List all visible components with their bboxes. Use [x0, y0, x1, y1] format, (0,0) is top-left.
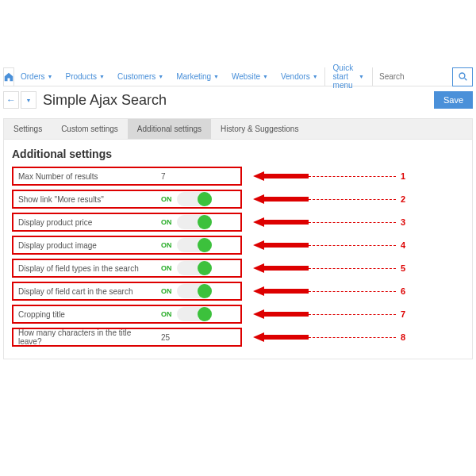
- tab-history-suggestions[interactable]: History & Suggestions: [211, 119, 308, 139]
- annotation: 6: [253, 286, 405, 296]
- setting-box: Display of field cart in the searchON: [12, 282, 242, 301]
- toggle[interactable]: ON: [161, 284, 236, 298]
- setting-row: Max Number of results71: [12, 167, 464, 186]
- dash-line: [309, 176, 396, 177]
- svg-marker-5: [253, 240, 309, 250]
- setting-label: Cropping title: [13, 310, 156, 319]
- nav-label: Customers: [117, 72, 155, 81]
- setting-toggle-cell: ON: [156, 192, 240, 206]
- toggle-on-label: ON: [161, 310, 172, 318]
- toggle-on-label: ON: [161, 195, 172, 203]
- quick-start-menu[interactable]: Quick start menu▼: [324, 67, 373, 86]
- arrow-icon: [253, 332, 309, 342]
- toggle[interactable]: ON: [161, 238, 236, 252]
- page-title: Simple Ajax Search: [43, 92, 434, 109]
- arrow-icon: [253, 309, 309, 319]
- toggle-knob: [198, 261, 212, 275]
- page-header: ← ▼ Simple Ajax Search Save: [3, 88, 473, 112]
- toggle-track: [177, 307, 212, 321]
- nav-marketing[interactable]: Marketing▼: [170, 67, 225, 86]
- setting-row: Show link "More results"ON2: [12, 190, 464, 209]
- arrow-icon: [253, 217, 309, 227]
- dash-line: [309, 291, 396, 292]
- annotation-number: 8: [401, 332, 405, 342]
- toggle-on-label: ON: [161, 218, 172, 226]
- setting-box: Display of field types in the searchON: [12, 259, 242, 278]
- toggle-knob: [198, 215, 212, 229]
- nav-label: Website: [232, 72, 260, 81]
- settings-list: Max Number of results71Show link "More r…: [4, 167, 472, 359]
- search-button[interactable]: [452, 67, 473, 86]
- arrow-icon: [253, 263, 309, 273]
- tabs: Settings Custom settings Additional sett…: [4, 119, 472, 140]
- toggle[interactable]: ON: [161, 215, 236, 229]
- nav-label: Marketing: [176, 72, 211, 81]
- dash-line: [309, 222, 396, 223]
- settings-panel: Settings Custom settings Additional sett…: [3, 118, 473, 359]
- setting-box: Display product priceON: [12, 213, 242, 232]
- search-icon: [459, 72, 467, 81]
- nav-vendors[interactable]: Vendors▼: [274, 67, 324, 86]
- search-input[interactable]: [373, 72, 452, 81]
- dash-line: [309, 268, 396, 269]
- toggle[interactable]: ON: [161, 307, 236, 321]
- caret-icon: ▼: [313, 74, 318, 79]
- nav-orders[interactable]: Orders▼: [14, 67, 60, 86]
- arrow-icon: [253, 240, 309, 250]
- annotation: 2: [253, 194, 405, 204]
- annotation-number: 2: [401, 194, 405, 204]
- setting-toggle-cell: ON: [156, 215, 240, 229]
- quickstart-label: Quick start menu: [333, 63, 356, 90]
- toggle-track: [177, 238, 212, 252]
- tab-settings[interactable]: Settings: [4, 119, 52, 139]
- section-title: Additional settings: [4, 140, 472, 167]
- svg-marker-9: [253, 332, 309, 342]
- tab-custom-settings[interactable]: Custom settings: [52, 119, 128, 139]
- caret-icon: ▼: [99, 74, 105, 79]
- annotation: 3: [253, 217, 405, 227]
- setting-box: Max Number of results7: [12, 167, 242, 186]
- toggle-track: [177, 261, 212, 275]
- nav-website[interactable]: Website▼: [225, 67, 274, 86]
- annotation: 8: [253, 332, 405, 342]
- setting-label: Display of field cart in the search: [13, 287, 156, 296]
- setting-row: Display of field cart in the searchON6: [12, 282, 464, 301]
- setting-row: Display product priceON3: [12, 213, 464, 232]
- setting-label: Max Number of results: [13, 172, 156, 181]
- svg-marker-7: [253, 286, 309, 296]
- home-icon[interactable]: [3, 67, 14, 86]
- setting-row: How many characters in the title leave?2…: [12, 328, 464, 347]
- nav-customers[interactable]: Customers▼: [111, 67, 170, 86]
- save-button[interactable]: Save: [434, 91, 473, 109]
- nav-menu: Orders▼ Products▼ Customers▼ Marketing▼ …: [14, 67, 324, 86]
- toggle[interactable]: ON: [161, 261, 236, 275]
- tab-additional-settings[interactable]: Additional settings: [128, 119, 211, 139]
- toggle[interactable]: ON: [161, 192, 236, 206]
- search-box: [373, 67, 473, 86]
- setting-toggle-cell: ON: [156, 307, 240, 321]
- setting-row: Display product imageON4: [12, 236, 464, 255]
- setting-toggle-cell: ON: [156, 284, 240, 298]
- top-navigation: Orders▼ Products▼ Customers▼ Marketing▼ …: [3, 67, 473, 86]
- annotation-number: 6: [401, 286, 405, 296]
- back-button[interactable]: ←: [3, 91, 19, 109]
- toggle-on-label: ON: [161, 287, 172, 295]
- svg-marker-4: [253, 217, 309, 227]
- annotation: 5: [253, 263, 405, 273]
- annotation-number: 5: [401, 263, 405, 273]
- nav-products[interactable]: Products▼: [60, 67, 111, 86]
- nav-label: Orders: [21, 72, 45, 81]
- setting-box: Show link "More results"ON: [12, 190, 242, 209]
- annotation-number: 3: [401, 217, 405, 227]
- dropdown-button[interactable]: ▼: [21, 91, 36, 109]
- toggle-knob: [198, 307, 212, 321]
- arrow-icon: [253, 171, 309, 181]
- dash-line: [309, 199, 396, 200]
- caret-icon: ▼: [263, 74, 268, 79]
- svg-marker-3: [253, 194, 309, 204]
- setting-text-value[interactable]: 25: [156, 333, 240, 342]
- caret-icon: ▼: [359, 74, 364, 79]
- caret-icon: ▼: [158, 74, 163, 79]
- annotation-number: 7: [401, 309, 405, 319]
- setting-text-value[interactable]: 7: [156, 172, 240, 181]
